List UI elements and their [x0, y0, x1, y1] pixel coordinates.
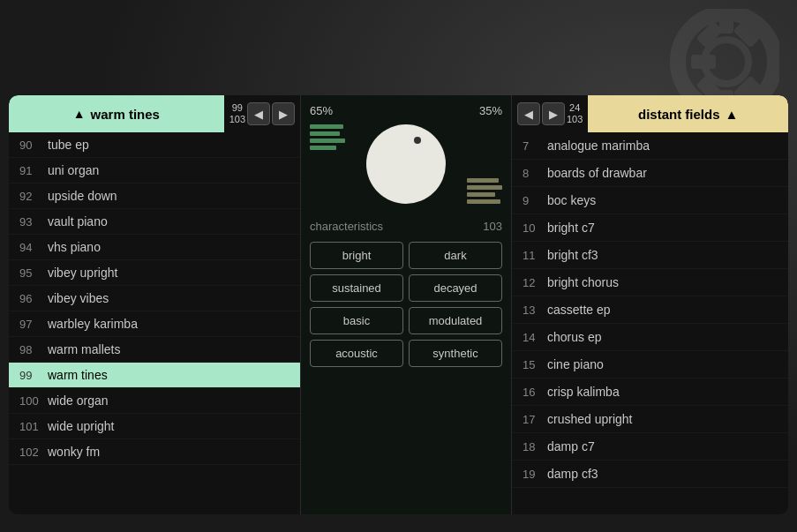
char-btn-bright[interactable]: bright [310, 242, 403, 269]
right-item-label: crushed upright [547, 412, 633, 426]
char-btn-modulated[interactable]: modulated [409, 307, 502, 334]
right-list-item[interactable]: 8boards of drawbar [512, 160, 788, 187]
bottom-bar-line-1 [467, 178, 499, 183]
percent-right: 35% [479, 104, 502, 117]
svg-rect-5 [772, 55, 779, 69]
circle-dot [414, 137, 421, 144]
list-item[interactable]: 97warbley karimba [9, 311, 300, 337]
main-container: ▲ warm tines 99 103 ◀ ▶ 90tube ep91uni o… [9, 95, 788, 514]
right-up-arrow-icon: ▲ [726, 107, 739, 122]
item-number: 91 [19, 164, 48, 177]
char-buttons: brightdarksustaineddecayedbasicmodulated… [310, 242, 502, 367]
item-label: tube ep [48, 138, 89, 152]
right-title-button[interactable]: distant fields ▲ [588, 95, 788, 132]
char-btn-sustained[interactable]: sustained [310, 274, 403, 302]
right-list-item[interactable]: 13cassette ep [512, 296, 788, 324]
item-number: 102 [19, 446, 48, 459]
char-btn-decayed[interactable]: decayed [409, 274, 502, 302]
list-item[interactable]: 91uni organ [9, 158, 300, 184]
left-prev-button[interactable]: ◀ [247, 102, 270, 125]
list-item[interactable]: 96vibey vibes [9, 286, 300, 311]
left-title-button[interactable]: ▲ warm tines [9, 95, 224, 132]
bottom-bar-line-3 [467, 192, 495, 197]
right-list-item[interactable]: 17crushed upright [512, 406, 788, 433]
list-item[interactable]: 95vibey upright [9, 260, 300, 286]
right-item-label: damp cf3 [547, 467, 598, 481]
left-counter: 99 103 [229, 102, 245, 125]
right-item-number: 10 [523, 221, 547, 235]
list-item[interactable]: 94vhs piano [9, 235, 300, 260]
right-item-label: bright c7 [547, 221, 595, 235]
right-list-item[interactable]: 11bright cf3 [512, 242, 788, 269]
right-list-item[interactable]: 16crisp kalimba [512, 378, 788, 406]
right-item-label: bright cf3 [547, 248, 598, 262]
item-label: warbley karimba [48, 317, 138, 331]
item-number: 92 [19, 190, 48, 203]
right-item-label: cassette ep [547, 303, 611, 317]
viz-row [310, 124, 502, 211]
item-number: 96 [19, 292, 48, 305]
item-number: 90 [19, 139, 48, 152]
bar-viz-right [467, 178, 502, 204]
char-row: brightdark [310, 242, 502, 269]
list-item[interactable]: 90tube ep [9, 132, 300, 158]
right-list-item[interactable]: 15cine piano [512, 351, 788, 378]
right-item-number: 13 [523, 303, 547, 317]
bar-viz-left [310, 124, 345, 150]
right-item-number: 15 [523, 358, 547, 371]
right-prev-button[interactable]: ◀ [517, 102, 540, 125]
right-item-number: 14 [523, 331, 547, 344]
right-list-item[interactable]: 19damp cf3 [512, 461, 788, 488]
right-next-button[interactable]: ▶ [542, 102, 565, 125]
list-item[interactable]: 99warm tines [9, 363, 300, 388]
list-item[interactable]: 102wonky fm [9, 439, 300, 465]
right-list[interactable]: 7analogue marimba8boards of drawbar9boc … [512, 132, 788, 514]
right-item-number: 18 [523, 440, 547, 453]
bottom-bar-line-4 [467, 199, 500, 204]
char-btn-basic[interactable]: basic [310, 307, 403, 334]
right-counter: 24 103 [567, 102, 583, 125]
left-title-label: warm tines [91, 107, 160, 122]
list-item[interactable]: 98warm mallets [9, 337, 300, 363]
right-list-item[interactable]: 18damp c7 [512, 433, 788, 461]
list-item[interactable]: 93vault piano [9, 209, 300, 235]
right-item-label: boc keys [547, 193, 596, 207]
item-label: upside down [48, 189, 117, 203]
list-item[interactable]: 92upside down [9, 184, 300, 209]
right-list-item[interactable]: 14chorus ep [512, 324, 788, 351]
item-label: warm mallets [48, 342, 120, 356]
item-label: vibey vibes [48, 291, 109, 305]
right-list-item[interactable]: 12bright chorus [512, 269, 788, 296]
bar-line-1 [310, 124, 343, 129]
item-number: 95 [19, 266, 48, 280]
item-number: 97 [19, 318, 48, 331]
right-list-item[interactable]: 9boc keys [512, 187, 788, 214]
right-list-item[interactable]: 7analogue marimba [512, 132, 788, 160]
list-item[interactable]: 100wide organ [9, 388, 300, 414]
left-panel: ▲ warm tines 99 103 ◀ ▶ 90tube ep91uni o… [9, 95, 300, 514]
item-number: 93 [19, 215, 48, 229]
item-label: wide upright [48, 419, 115, 433]
item-number: 101 [19, 420, 48, 433]
right-list-item[interactable]: 10bright c7 [512, 214, 788, 242]
left-list[interactable]: 90tube ep91uni organ92upside down93vault… [9, 132, 300, 514]
left-header: ▲ warm tines 99 103 ◀ ▶ [9, 95, 300, 132]
right-item-number: 19 [523, 468, 547, 481]
right-item-label: analogue marimba [547, 139, 650, 153]
item-label: wide organ [48, 393, 109, 408]
right-item-label: boards of drawbar [547, 166, 647, 180]
char-label: characteristics [310, 220, 383, 233]
left-next-button[interactable]: ▶ [272, 102, 295, 125]
item-label: uni organ [48, 163, 99, 177]
circle-viz [366, 124, 446, 204]
char-btn-acoustic[interactable]: acoustic [310, 340, 403, 367]
svg-rect-4 [691, 55, 716, 69]
char-btn-synthetic[interactable]: synthetic [409, 340, 502, 367]
right-item-number: 12 [523, 276, 547, 289]
percentage-row: 65% 35% [310, 104, 502, 117]
list-item[interactable]: 101wide upright [9, 414, 300, 439]
right-title-label: distant fields [638, 107, 720, 122]
right-item-number: 17 [523, 413, 547, 426]
right-item-number: 7 [523, 139, 547, 153]
char-btn-dark[interactable]: dark [409, 242, 502, 269]
